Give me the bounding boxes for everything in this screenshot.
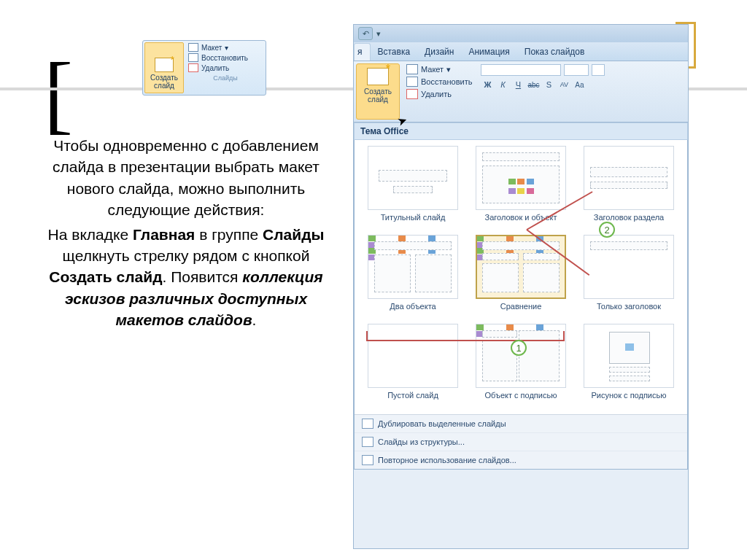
layout-menu[interactable]: Макет ▾ [188, 43, 263, 52]
layout-icon [406, 64, 418, 74]
reuse-slides[interactable]: Повторное использование слайдов... [355, 451, 687, 469]
spacing-button[interactable]: AV [557, 81, 570, 88]
font-family-combo[interactable] [481, 64, 561, 76]
layout-icon [188, 43, 198, 52]
ribbon-slide-actions: Макет ▾ Восстановить Удалить [402, 61, 476, 122]
callout-2: 2 [599, 222, 615, 238]
callout-1-bracket [366, 331, 565, 341]
layout-two-content[interactable]: Два объекта [362, 235, 464, 322]
bracket-left-glyph: [ [44, 44, 73, 144]
new-slide-button[interactable]: Создать слайд [144, 42, 184, 93]
ribbon-layout[interactable]: Макет ▾ [406, 64, 472, 74]
tab-home-partial[interactable]: я [354, 43, 371, 61]
font-size-combo[interactable] [564, 64, 589, 76]
duplicate-icon [362, 419, 374, 429]
ribbon-font-group: Ж К Ч abc S AV Aa [476, 61, 688, 122]
new-slide-label: Создать слайд [145, 72, 183, 93]
strike-button[interactable]: abc [527, 81, 540, 89]
gallery-footer: Дублировать выделенные слайды Слайды из … [355, 414, 687, 469]
delete-icon [188, 63, 198, 72]
slides-group-snippet: Создать слайд Макет ▾ Восстановить Удали… [142, 40, 266, 96]
ribbon-new-slide-button[interactable]: Создать слайд [356, 63, 400, 120]
tab-animation[interactable]: Анимация [461, 44, 516, 61]
underline-button[interactable]: Ч [511, 80, 525, 89]
delete-icon [406, 89, 418, 99]
shadow-button[interactable]: S [542, 80, 555, 89]
undo-button[interactable]: ↶ [358, 27, 373, 40]
ribbon-tabs: я Вставка Дизайн Анимация Показ слайдов [354, 42, 688, 61]
layout-section-header[interactable]: Заголовок раздела [578, 146, 680, 233]
tab-insert[interactable]: Вставка [371, 44, 418, 61]
layout-title-only[interactable]: Только заголовок [578, 235, 680, 322]
layout-comparison[interactable]: Сравнение [470, 235, 572, 322]
bold-button[interactable]: Ж [481, 80, 494, 89]
layout-picture-caption[interactable]: Рисунок с подписью [578, 324, 680, 411]
powerpoint-panel: ↶ ▾ я Вставка Дизайн Анимация Показ слай… [353, 24, 689, 549]
duplicate-slides[interactable]: Дублировать выделенные слайды [355, 415, 687, 433]
grow-font-button[interactable] [592, 64, 605, 76]
new-slide-icon [155, 58, 174, 72]
callout-1: 1 [511, 340, 527, 356]
slides-from-outline[interactable]: Слайды из структуры... [355, 433, 687, 451]
quick-access-toolbar: ↶ ▾ [354, 25, 688, 42]
tab-slideshow[interactable]: Показ слайдов [517, 44, 592, 61]
body-text: Чтобы одновременно с добавлением слайда … [33, 135, 339, 331]
delete-button[interactable]: Удалить [188, 63, 263, 72]
reuse-icon [362, 455, 374, 465]
reset-icon [406, 77, 418, 87]
reset-icon [188, 53, 198, 62]
ribbon-reset[interactable]: Восстановить [406, 77, 472, 87]
reset-button[interactable]: Восстановить [188, 53, 263, 62]
paragraph-2: На вкладке Главная в группе Слайды щелкн… [33, 224, 339, 331]
italic-button[interactable]: К [496, 80, 509, 89]
outline-icon [362, 437, 374, 447]
layout-title-content[interactable]: Заголовок и объект [470, 146, 572, 233]
group-label: Слайды [188, 74, 263, 82]
ribbon-delete[interactable]: Удалить [406, 89, 472, 99]
paragraph-1: Чтобы одновременно с добавлением слайда … [33, 135, 339, 221]
layout-title-slide[interactable]: Титульный слайд [362, 146, 464, 233]
new-slide-icon [367, 68, 389, 85]
layout-gallery: Тема Office Титульный слайд Заголовок и … [354, 122, 688, 470]
qat-dropdown[interactable]: ▾ [374, 27, 383, 40]
tab-design[interactable]: Дизайн [417, 44, 461, 61]
case-button[interactable]: Aa [573, 81, 586, 89]
